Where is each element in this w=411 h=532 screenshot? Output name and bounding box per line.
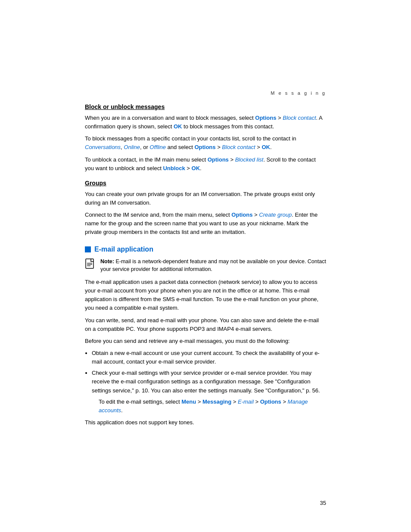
conversations-link[interactable]: Conversations (85, 144, 121, 150)
svg-rect-0 (86, 259, 93, 268)
block-para3: To unblock a contact, in the IM main men… (85, 156, 326, 173)
create-group-link[interactable]: Create group (259, 212, 292, 218)
block-para2: To block messages from a specific contac… (85, 134, 326, 152)
messaging-link[interactable]: Messaging (202, 398, 231, 405)
email-para3: Before you can send and retrieve any e-m… (85, 337, 326, 345)
email-section: E-mail application Note: E-mail is a net… (85, 246, 326, 427)
note-box: Note: E-mail is a network-dependent feat… (85, 258, 326, 274)
email-para2: You can write, send, and read e-mail wit… (85, 316, 326, 333)
online-link[interactable]: Online (124, 144, 140, 150)
email-indent-text: To edit the e-mail settings, select Menu… (99, 398, 326, 415)
options-link-1[interactable]: Options (255, 115, 276, 121)
block-para1: When you are in a conversation and want … (85, 114, 326, 131)
content-area: M e s s a g i n g Block or unblock messa… (85, 0, 326, 465)
options-link-5[interactable]: Options (260, 398, 281, 405)
email-link[interactable]: E-mail (238, 398, 254, 405)
bullet-item-1: Obtain a new e-mail account or use your … (92, 349, 326, 366)
note-text: Note: E-mail is a network-dependent feat… (100, 258, 326, 274)
unblock-link[interactable]: Unblock (163, 165, 185, 171)
page-number: 35 (320, 500, 326, 506)
block-contact-link-2[interactable]: Block contact (222, 144, 255, 150)
blue-square-icon (85, 246, 91, 252)
page: M e s s a g i n g Block or unblock messa… (0, 0, 411, 532)
offline-link[interactable]: Offline (149, 144, 166, 150)
email-para4: This application does not support key to… (85, 418, 326, 427)
block-section: Block or unblock messages When you are i… (85, 103, 326, 173)
note-label: Note: (100, 258, 114, 264)
bullet-item-2: Check your e-mail settings with your ser… (92, 369, 326, 415)
ok-link-2[interactable]: OK (262, 144, 271, 150)
ok-link-3[interactable]: OK (192, 165, 200, 171)
options-link-2[interactable]: Options (194, 144, 215, 150)
email-bullet-list: Obtain a new e-mail account or use your … (92, 349, 326, 415)
email-section-title: E-mail application (85, 246, 326, 253)
block-contact-link-1[interactable]: Block contact (283, 115, 316, 121)
options-link-3[interactable]: Options (208, 156, 229, 163)
groups-para1: You can create your own private groups f… (85, 190, 326, 207)
email-para1: The e-mail application uses a packet dat… (85, 278, 326, 313)
groups-section-title: Groups (85, 180, 326, 187)
menu-link[interactable]: Menu (181, 398, 196, 405)
block-section-title: Block or unblock messages (85, 103, 326, 110)
ok-link-1[interactable]: OK (174, 123, 182, 130)
header-label: M e s s a g i n g (85, 90, 326, 96)
blocked-list-link[interactable]: Blocked list (235, 156, 264, 163)
groups-para2: Connect to the IM service and, from the … (85, 211, 326, 236)
note-icon (85, 258, 96, 270)
groups-section: Groups You can create your own private g… (85, 180, 326, 237)
options-link-4[interactable]: Options (231, 212, 252, 218)
